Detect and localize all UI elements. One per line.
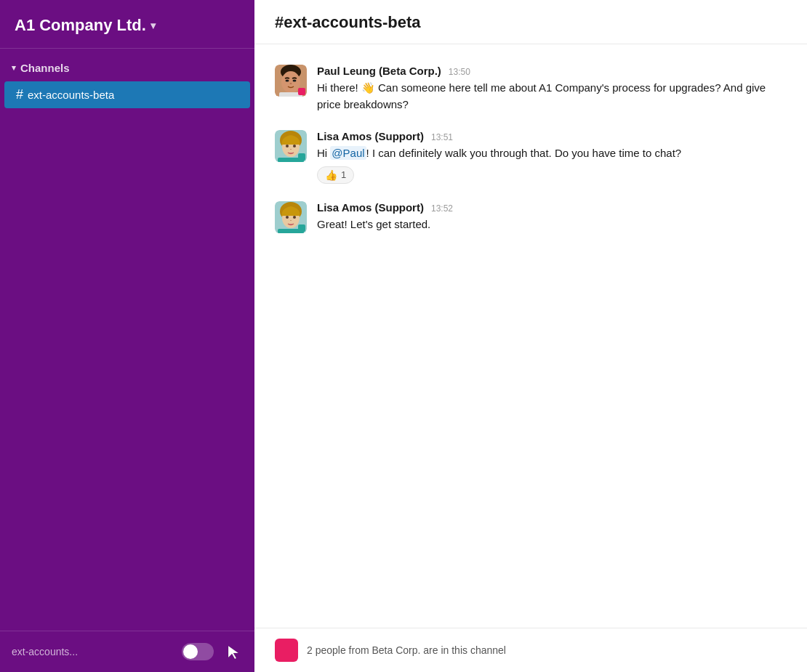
reaction-count: 1 bbox=[341, 169, 346, 180]
svg-point-11 bbox=[293, 145, 296, 147]
avatar bbox=[275, 130, 307, 162]
table-row: Lisa Amos (Support) 13:51 Hi @Paul! I ca… bbox=[275, 130, 787, 184]
reaction-pill[interactable]: 👍 1 bbox=[317, 166, 354, 184]
sidebar: A1 Company Ltd. ▾ ▾ Channels # ext-accou… bbox=[0, 0, 254, 672]
beta-corp-indicator bbox=[275, 639, 298, 662]
channel-item-label: ext-accounts-beta bbox=[28, 89, 114, 101]
avatar-indicator bbox=[298, 153, 305, 161]
workspace-name-button[interactable]: A1 Company Ltd. ▾ bbox=[15, 16, 240, 35]
svg-point-3 bbox=[286, 80, 289, 82]
avatar-indicator bbox=[298, 224, 305, 232]
main-panel: #ext-accounts-beta bbox=[254, 0, 807, 672]
svg-point-10 bbox=[286, 145, 289, 147]
reaction-emoji: 👍 bbox=[325, 169, 337, 181]
channels-label: Channels bbox=[20, 62, 70, 74]
table-row: Lisa Amos (Support) 13:52 Great! Let's g… bbox=[275, 201, 787, 233]
cursor-icon bbox=[222, 641, 243, 662]
message-meta: Lisa Amos (Support) 13:51 bbox=[317, 130, 787, 142]
footer-info-text: 2 people from Beta Corp. are in this cha… bbox=[307, 644, 506, 656]
sidebar-footer: ext-accounts... bbox=[0, 631, 254, 672]
svg-point-17 bbox=[293, 216, 296, 219]
svg-point-4 bbox=[293, 80, 297, 82]
table-row: Paul Leung (Beta Corp.) 13:50 Hi there! … bbox=[275, 65, 787, 113]
channels-section-header[interactable]: ▾ Channels bbox=[0, 62, 254, 81]
channel-hash-icon: # bbox=[16, 87, 23, 102]
message-text: Great! Let's get started. bbox=[317, 216, 787, 233]
message-time: 13:50 bbox=[449, 67, 470, 77]
message-meta: Lisa Amos (Support) 13:52 bbox=[317, 201, 787, 214]
toggle-thumb bbox=[183, 644, 198, 659]
sender-name: Paul Leung (Beta Corp.) bbox=[317, 65, 441, 77]
avatar bbox=[275, 65, 307, 97]
message-text: Hi @Paul! I can definitely walk you thro… bbox=[317, 145, 787, 162]
message-text: Hi there! 👋 Can someone here tell me abo… bbox=[317, 80, 787, 113]
mention-tag: @Paul bbox=[330, 146, 366, 160]
channel-title: #ext-accounts-beta bbox=[275, 13, 421, 31]
message-meta: Paul Leung (Beta Corp.) 13:50 bbox=[317, 65, 787, 77]
toggle-switch[interactable] bbox=[182, 643, 214, 660]
sidebar-body: ▾ Channels # ext-accounts-beta bbox=[0, 49, 254, 631]
sender-name: Lisa Amos (Support) bbox=[317, 130, 424, 142]
workspace-chevron-icon: ▾ bbox=[150, 20, 156, 31]
messages-area: Paul Leung (Beta Corp.) 13:50 Hi there! … bbox=[254, 44, 807, 628]
avatar-indicator bbox=[298, 88, 305, 95]
message-time: 13:52 bbox=[431, 203, 453, 214]
footer-channel-label: ext-accounts... bbox=[12, 646, 173, 657]
message-content: Paul Leung (Beta Corp.) 13:50 Hi there! … bbox=[317, 65, 787, 113]
message-content: Lisa Amos (Support) 13:52 Great! Let's g… bbox=[317, 201, 787, 233]
sender-name: Lisa Amos (Support) bbox=[317, 201, 424, 214]
sidebar-header: A1 Company Ltd. ▾ bbox=[0, 0, 254, 49]
main-header: #ext-accounts-beta bbox=[254, 0, 807, 44]
avatar bbox=[275, 201, 307, 233]
svg-point-16 bbox=[286, 216, 289, 219]
channels-arrow-icon: ▾ bbox=[12, 63, 16, 73]
sidebar-item-ext-accounts-beta[interactable]: # ext-accounts-beta bbox=[4, 81, 250, 108]
workspace-label: A1 Company Ltd. bbox=[15, 16, 146, 35]
message-content: Lisa Amos (Support) 13:51 Hi @Paul! I ca… bbox=[317, 130, 787, 184]
svg-point-5 bbox=[290, 83, 292, 84]
message-time: 13:51 bbox=[431, 132, 453, 142]
main-footer: 2 people from Beta Corp. are in this cha… bbox=[254, 628, 807, 672]
